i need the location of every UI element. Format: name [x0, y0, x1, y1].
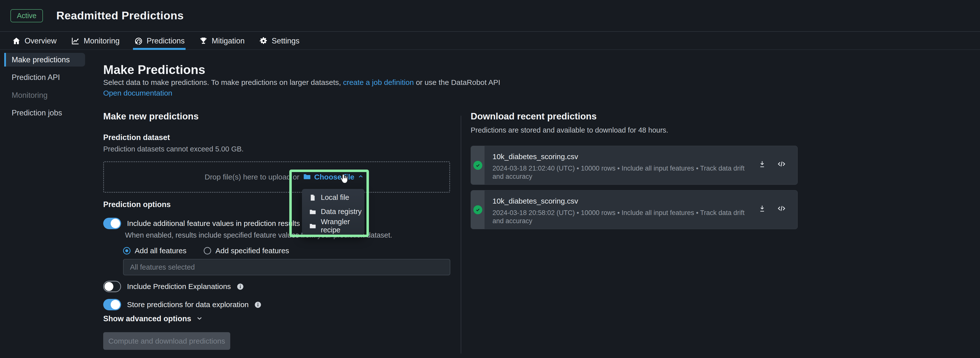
radio-unselected-icon	[204, 247, 211, 254]
toggle-knob	[111, 219, 120, 228]
predictions-target-icon	[134, 37, 143, 45]
sidebar-item-prediction-api[interactable]: Prediction API	[4, 70, 85, 84]
feature-radio-group: Add all features Add specified features	[123, 246, 289, 255]
page-header: Active Readmitted Predictions	[0, 0, 980, 32]
prediction-filename: 10k_diabetes_scoring.csv	[493, 197, 797, 205]
file-icon	[309, 194, 316, 201]
info-icon[interactable]	[255, 301, 261, 308]
toggle-knob	[105, 282, 113, 291]
toggle-label: Store predictions for data exploration	[127, 300, 248, 309]
chevron-down-icon	[196, 315, 203, 323]
page-title: Readmitted Predictions	[56, 9, 184, 22]
sidebar-item-monitoring[interactable]: Monitoring	[4, 88, 85, 102]
success-check-icon	[473, 205, 482, 214]
radio-add-all-features[interactable]: Add all features	[123, 246, 186, 255]
dataset-size-note: Prediction datasets cannot exceed 5.00 G…	[103, 145, 243, 153]
toggle-label: Include Prediction Explanations	[127, 282, 231, 291]
top-nav: Overview Monitoring Predictions Mitigati…	[0, 32, 980, 50]
tab-label: Settings	[272, 37, 299, 45]
download-icon[interactable]	[758, 204, 766, 212]
tab-label: Mitigation	[212, 37, 245, 45]
prediction-explanations-toggle[interactable]	[103, 281, 121, 292]
tab-label: Overview	[25, 37, 57, 45]
sidebar-item-label: Monitoring	[12, 91, 48, 100]
folder-icon	[303, 172, 311, 182]
card-status-strip	[471, 190, 485, 229]
info-icon[interactable]	[237, 283, 243, 290]
features-input[interactable]	[124, 263, 450, 271]
store-predictions-toggle[interactable]	[103, 299, 121, 310]
menu-item-wrangler-recipe[interactable]: Wrangler recipe	[302, 219, 364, 233]
main-description: Select data to make predictions. To make…	[103, 78, 500, 87]
status-badge: Active	[10, 9, 43, 22]
menu-item-label: Wrangler recipe	[321, 218, 364, 234]
tab-label: Monitoring	[84, 37, 119, 45]
prediction-card: 10k_diabetes_scoring.csv 2024-03-18 20:5…	[471, 190, 798, 229]
download-icon[interactable]	[758, 160, 766, 168]
radio-add-specified-features[interactable]: Add specified features	[204, 246, 289, 255]
prediction-filename: 10k_diabetes_scoring.csv	[493, 152, 797, 161]
code-icon[interactable]	[777, 204, 786, 213]
active-tab-underline	[133, 48, 186, 50]
code-icon[interactable]	[777, 160, 786, 168]
tab-overview[interactable]: Overview	[12, 32, 57, 50]
tab-mitigation[interactable]: Mitigation	[199, 32, 245, 50]
menu-item-label: Local file	[321, 193, 349, 201]
include-features-toggle[interactable]	[103, 218, 121, 229]
prediction-meta: 2024-03-18 21:02:40 (UTC) • 10000 rows •…	[493, 165, 756, 181]
show-advanced-options-toggle[interactable]: Show advanced options	[103, 314, 203, 323]
prediction-meta: 2024-03-18 20:58:02 (UTC) • 10000 rows •…	[493, 209, 756, 225]
card-body: 10k_diabetes_scoring.csv 2024-03-18 20:5…	[485, 190, 797, 229]
prediction-explanations-toggle-row: Include Prediction Explanations	[103, 281, 243, 292]
menu-item-data-registry[interactable]: Data registry	[302, 205, 364, 219]
tab-settings[interactable]: Settings	[259, 32, 299, 50]
chevron-up-icon	[358, 173, 364, 181]
choose-file-dropdown: Local file Data registry Wrangler recipe	[302, 189, 364, 235]
prediction-dataset-heading: Prediction dataset	[103, 133, 170, 142]
sidebar-item-label: Make predictions	[12, 55, 70, 64]
features-input-wrapper	[123, 259, 450, 275]
description-suffix: or use the DataRobot API	[414, 78, 500, 86]
sidebar-item-prediction-jobs[interactable]: Prediction jobs	[4, 106, 85, 120]
card-actions	[758, 204, 786, 213]
home-icon	[12, 37, 21, 45]
tab-predictions[interactable]: Predictions	[134, 32, 185, 50]
sidebar-item-label: Prediction API	[12, 73, 60, 82]
card-body: 10k_diabetes_scoring.csv 2024-03-18 21:0…	[485, 146, 797, 184]
folder-icon	[309, 208, 316, 216]
toggle-label: Include additional feature values in pre…	[127, 219, 300, 228]
recent-predictions-heading: Download recent predictions	[471, 111, 597, 121]
trophy-icon	[199, 37, 208, 45]
description-prefix: Select data to make predictions. To make…	[103, 78, 343, 86]
menu-item-label: Data registry	[321, 208, 361, 216]
prediction-card: 10k_diabetes_scoring.csv 2024-03-18 21:0…	[471, 146, 798, 185]
radio-label: Add specified features	[215, 246, 289, 255]
card-actions	[758, 160, 786, 168]
column-divider	[461, 116, 461, 353]
sidebar-item-label: Prediction jobs	[12, 109, 62, 117]
success-check-icon	[473, 161, 482, 170]
main-title: Make Predictions	[103, 62, 205, 77]
tab-monitoring[interactable]: Monitoring	[71, 32, 119, 50]
file-dropzone[interactable]: Drop file(s) here to upload or Choose fi…	[103, 161, 450, 193]
sidebar-item-make-predictions[interactable]: Make predictions	[4, 53, 85, 67]
toggle-knob	[111, 300, 120, 309]
recent-predictions-subtitle: Predictions are stored and available to …	[471, 126, 668, 134]
include-features-toggle-row: Include additional feature values in pre…	[103, 218, 300, 229]
make-new-predictions-heading: Make new predictions	[103, 111, 199, 121]
choose-file-button[interactable]: Choose file	[314, 173, 355, 181]
drop-text: Drop file(s) here to upload or	[205, 173, 299, 181]
radio-selected-icon	[123, 247, 130, 254]
prediction-options-heading: Prediction options	[103, 200, 171, 209]
open-documentation-link[interactable]: Open documentation	[103, 89, 172, 97]
tab-label: Predictions	[146, 37, 185, 45]
create-job-definition-link[interactable]: create a job definition	[343, 78, 414, 86]
radio-label: Add all features	[135, 246, 186, 255]
menu-item-local-file[interactable]: Local file	[302, 190, 364, 205]
card-status-strip	[471, 146, 485, 184]
store-predictions-toggle-row: Store predictions for data exploration	[103, 299, 261, 310]
gear-icon	[259, 37, 268, 45]
compute-download-button[interactable]: Compute and download predictions	[103, 332, 230, 350]
app-root: Active Readmitted Predictions Overview M…	[0, 0, 980, 358]
dropzone-content: Drop file(s) here to upload or Choose fi…	[205, 172, 364, 182]
